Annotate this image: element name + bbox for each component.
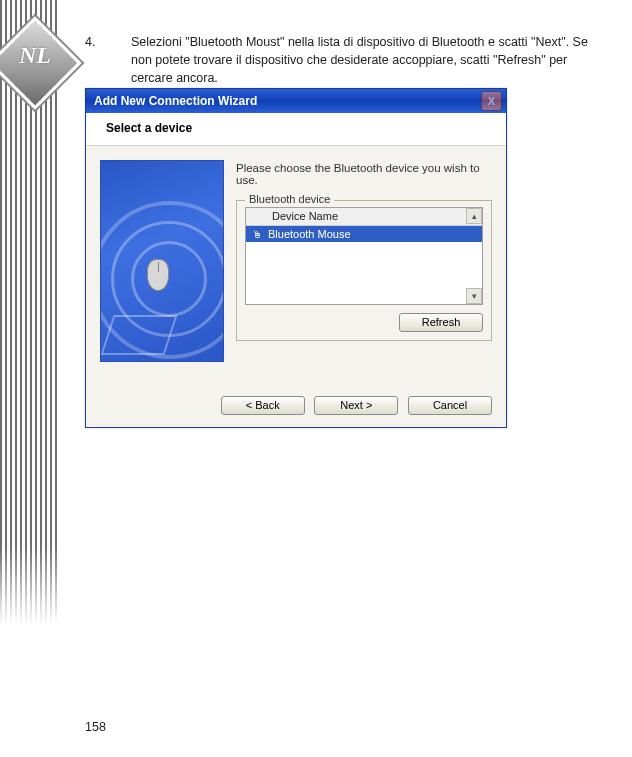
instruction-number: 4. <box>85 33 131 87</box>
wizard-main-pane: Please choose the Bluetooth device you w… <box>86 146 506 362</box>
wizard-footer: < Back Next > Cancel <box>86 386 506 427</box>
device-row-selected[interactable]: 🖱 Bluetooth Mouse <box>246 226 482 242</box>
device-fieldset-legend: Bluetooth device <box>245 193 334 205</box>
back-button[interactable]: < Back <box>221 396 305 415</box>
wizard-window: Add New Connection Wizard X Select a dev… <box>85 88 507 428</box>
wizard-subheader: Select a device <box>86 113 506 146</box>
scroll-down-button[interactable]: ▾ <box>466 288 482 304</box>
scroll-up-button[interactable]: ▴ <box>466 208 482 224</box>
wizard-title: Add New Connection Wizard <box>94 94 481 108</box>
mouse-icon <box>147 259 169 291</box>
device-list-header: Device Name <box>246 208 482 226</box>
signal-ring-icon <box>131 241 207 317</box>
laptop-icon <box>101 315 178 355</box>
device-row-label: Bluetooth Mouse <box>268 228 351 240</box>
next-button[interactable]: Next > <box>314 396 398 415</box>
wizard-illustration <box>100 160 224 362</box>
page-number: 158 <box>85 720 106 734</box>
close-button[interactable]: X <box>481 91 502 111</box>
wizard-right-pane: Please choose the Bluetooth device you w… <box>236 160 492 362</box>
wizard-titlebar: Add New Connection Wizard X <box>86 89 506 113</box>
device-list[interactable]: Device Name 🖱 Bluetooth Mouse ▴ ▾ <box>245 207 483 305</box>
mouse-device-icon: 🖱 <box>246 229 268 240</box>
binding-fade <box>0 545 58 625</box>
refresh-button[interactable]: Refresh <box>399 313 483 332</box>
cancel-button[interactable]: Cancel <box>408 396 492 415</box>
device-fieldset: Bluetooth device Device Name 🖱 Bluetooth… <box>236 200 492 341</box>
instruction-text: Selezioni "Bluetooth Moust" nella lista … <box>131 33 595 87</box>
instruction-block: 4. Selezioni "Bluetooth Moust" nella lis… <box>85 33 595 87</box>
wizard-prompt: Please choose the Bluetooth device you w… <box>236 162 492 186</box>
page-binding-decor: NL <box>0 0 70 625</box>
